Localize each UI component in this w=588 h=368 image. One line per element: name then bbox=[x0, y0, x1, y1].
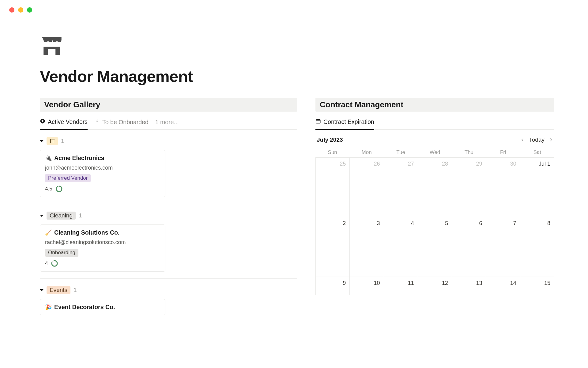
calendar-dow-label: Mon bbox=[349, 148, 383, 157]
vendor-gallery-heading: Vendor Gallery bbox=[40, 98, 297, 112]
calendar-dow-label: Sat bbox=[520, 148, 554, 157]
tabs-more[interactable]: 1 more... bbox=[155, 119, 179, 129]
group-toggle[interactable] bbox=[40, 215, 43, 217]
vendor-email: rachel@cleaningsolutionsco.com bbox=[45, 239, 160, 246]
calendar-day-cell[interactable]: 5 bbox=[418, 217, 452, 277]
store-icon bbox=[40, 34, 64, 58]
vendor-name: Acme Electronics bbox=[54, 155, 104, 162]
calendar-day-cell[interactable]: 3 bbox=[350, 217, 384, 277]
vendor-email: john@acmeelectronics.com bbox=[45, 165, 160, 171]
vendor-group: Events 1 🎉 Event Decorators Co. bbox=[40, 285, 297, 315]
svg-rect-5 bbox=[316, 120, 320, 123]
vendor-card[interactable]: 🎉 Event Decorators Co. bbox=[40, 299, 165, 315]
group-tag[interactable]: IT bbox=[47, 137, 58, 145]
calendar-prev-button[interactable] bbox=[520, 138, 525, 142]
tab-active-vendors[interactable]: Active Vendors bbox=[40, 118, 88, 130]
vendor-card[interactable]: 🔌 Acme Electronics john@acmeelectronics.… bbox=[40, 150, 165, 197]
tab-label: Contract Expiration bbox=[323, 118, 374, 125]
calendar-day-cell[interactable]: 6 bbox=[452, 217, 486, 277]
contract-tabs: Contract Expiration bbox=[315, 112, 554, 130]
calendar-day-cell[interactable]: 13 bbox=[452, 277, 486, 295]
calendar-next-button[interactable] bbox=[549, 138, 553, 142]
calendar-day-cell[interactable]: 4 bbox=[384, 217, 418, 277]
calendar-day-cell[interactable]: 26 bbox=[350, 157, 384, 217]
vendor-name: Event Decorators Co. bbox=[54, 304, 115, 311]
vendor-gallery-tabs: Active Vendors To be Onboarded 1 more... bbox=[40, 112, 297, 130]
vendor-icon: 🎉 bbox=[45, 304, 52, 311]
rating-ring-icon bbox=[51, 260, 58, 267]
minimize-window-button[interactable] bbox=[18, 7, 23, 13]
group-toggle[interactable] bbox=[40, 140, 43, 142]
calendar-day-cell[interactable]: 12 bbox=[418, 277, 452, 295]
calendar-today-button[interactable]: Today bbox=[529, 136, 545, 143]
group-count: 1 bbox=[79, 212, 82, 219]
calendar-day-cell[interactable]: 11 bbox=[384, 277, 418, 295]
tab-label: Active Vendors bbox=[48, 118, 88, 125]
calendar-dow-label: Thu bbox=[452, 148, 486, 157]
group-tag[interactable]: Events bbox=[47, 286, 70, 294]
calendar-dow-label: Sun bbox=[315, 148, 349, 157]
download-icon bbox=[94, 119, 100, 126]
calendar-dow-label: Wed bbox=[418, 148, 452, 157]
group-tag[interactable]: Cleaning bbox=[47, 212, 76, 220]
svg-point-2 bbox=[56, 186, 62, 192]
vendor-group: IT 1 🔌 Acme Electronics john@acmeelectro… bbox=[40, 136, 297, 197]
calendar-dow-label: Fri bbox=[486, 148, 520, 157]
page-title: Vendor Management bbox=[40, 67, 548, 86]
vendor-rating: 4.5 bbox=[45, 186, 52, 192]
calendar-day-cell[interactable]: 7 bbox=[486, 217, 520, 277]
vendor-status-badge: Preferred Vendor bbox=[45, 174, 91, 182]
contract-management-heading: Contract Management bbox=[315, 98, 554, 112]
group-count: 1 bbox=[61, 138, 64, 144]
maximize-window-button[interactable] bbox=[27, 7, 32, 13]
vendor-card[interactable]: 🧹 Cleaning Solutions Co. rachel@cleaning… bbox=[40, 224, 165, 272]
calendar-month-label: July 2023 bbox=[317, 136, 343, 143]
calendar-day-cell[interactable]: 25 bbox=[316, 157, 350, 217]
vendor-name: Cleaning Solutions Co. bbox=[54, 229, 119, 236]
group-count: 1 bbox=[74, 287, 77, 293]
calendar-icon bbox=[315, 118, 321, 125]
calendar-day-cell[interactable]: 30 bbox=[486, 157, 520, 217]
calendar-day-cell[interactable]: 15 bbox=[520, 277, 554, 295]
vendor-icon: 🔌 bbox=[45, 155, 52, 162]
group-toggle[interactable] bbox=[40, 289, 43, 291]
calendar-dow-label: Tue bbox=[384, 148, 418, 157]
tab-contract-expiration[interactable]: Contract Expiration bbox=[315, 118, 374, 130]
close-window-button[interactable] bbox=[9, 7, 14, 13]
vendor-rating: 4 bbox=[45, 260, 48, 266]
tab-to-be-onboarded[interactable]: To be Onboarded bbox=[94, 119, 149, 129]
vendor-icon: 🧹 bbox=[45, 229, 52, 236]
vendor-group: Cleaning 1 🧹 Cleaning Solutions Co. rach… bbox=[40, 210, 297, 272]
tab-label: To be Onboarded bbox=[102, 119, 149, 126]
calendar-day-cell[interactable]: 10 bbox=[350, 277, 384, 295]
calendar-day-cell[interactable]: 2 bbox=[316, 217, 350, 277]
calendar-day-cell[interactable]: Jul 1 bbox=[520, 157, 554, 217]
window-traffic-lights bbox=[0, 0, 588, 13]
vendor-status-badge: Onboarding bbox=[45, 249, 78, 257]
calendar-day-cell[interactable]: 8 bbox=[520, 217, 554, 277]
star-badge-icon bbox=[40, 118, 45, 125]
calendar-day-cell[interactable]: 29 bbox=[452, 157, 486, 217]
calendar-day-cell[interactable]: 27 bbox=[384, 157, 418, 217]
calendar-day-cell[interactable]: 28 bbox=[418, 157, 452, 217]
calendar-day-cell[interactable]: 14 bbox=[486, 277, 520, 295]
calendar-day-cell[interactable]: 9 bbox=[316, 277, 350, 295]
rating-ring-icon bbox=[55, 185, 63, 193]
